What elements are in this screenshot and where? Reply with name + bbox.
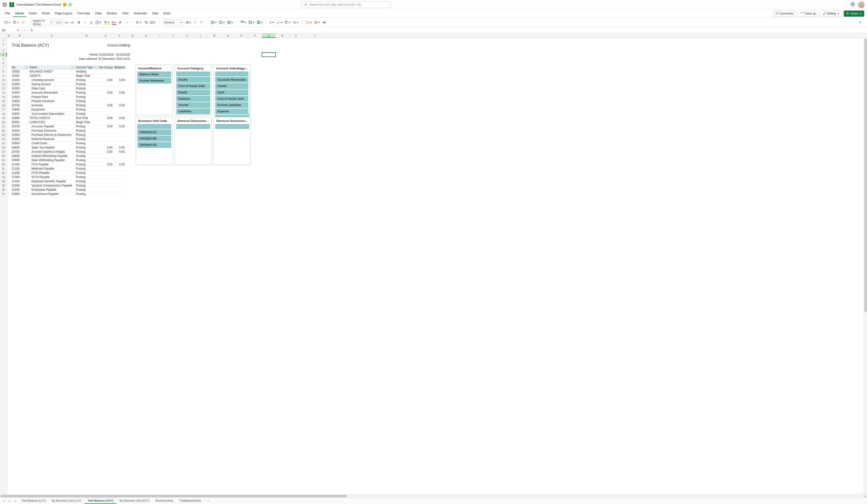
merge-button[interactable] — [149, 20, 157, 25]
cell-K35[interactable] — [180, 183, 194, 188]
cell-Q25[interactable] — [262, 141, 276, 145]
row-header-9[interactable]: 9 — [0, 74, 7, 78]
cell-P3[interactable] — [248, 48, 262, 53]
cell-P31[interactable] — [248, 166, 262, 171]
cell-I35[interactable] — [153, 183, 167, 188]
cell-T16[interactable] — [303, 103, 326, 107]
cell-Q4[interactable] — [262, 53, 276, 57]
row-header-33[interactable]: 33 — [0, 175, 7, 179]
cell-K36[interactable] — [180, 188, 194, 192]
menu-page-layout[interactable]: Page Layout — [53, 10, 74, 17]
cell-Q14[interactable] — [262, 95, 276, 99]
search-box[interactable]: Search for tools, help, and more (Alt + … — [302, 1, 391, 8]
cell-R15[interactable] — [276, 99, 289, 103]
cell-B13[interactable]: 10400 — [11, 90, 29, 95]
font-size-select[interactable]: 11 — [55, 20, 63, 25]
cell-L3[interactable] — [194, 48, 207, 53]
settings-button[interactable] — [850, 2, 855, 7]
cell-R21[interactable] — [276, 124, 289, 129]
sheet-tab-3[interactable]: By Business Unit (ACY) — [116, 498, 152, 504]
cell-J35[interactable] — [167, 183, 180, 188]
cell-N37[interactable] — [221, 192, 235, 196]
cell-A3[interactable] — [7, 48, 11, 53]
row-header-4[interactable]: 4 — [0, 53, 7, 57]
cell-J34[interactable] — [167, 179, 180, 183]
menu-share[interactable]: Share — [40, 10, 52, 17]
decrease-decimal-button[interactable]: .0 — [199, 20, 204, 25]
cell-T12[interactable] — [303, 86, 326, 90]
cell-B20[interactable]: 20001 — [11, 120, 29, 124]
col-header-N[interactable]: N — [221, 33, 235, 38]
cell-A33[interactable] — [7, 175, 11, 179]
cell-H36[interactable] — [139, 188, 153, 192]
cell-Q34[interactable] — [262, 179, 276, 183]
cell-S28[interactable] — [289, 154, 303, 158]
shrink-font-button[interactable]: A▼ — [71, 20, 76, 25]
cell-E9[interactable] — [98, 74, 114, 78]
cell-D18[interactable]: Posting — [75, 112, 98, 116]
cell-L35[interactable] — [194, 183, 207, 188]
cell-Q12[interactable] — [262, 86, 276, 90]
cell-L33[interactable] — [194, 175, 207, 179]
cell-D29[interactable]: Posting — [75, 158, 98, 162]
cell-S14[interactable] — [289, 95, 303, 99]
cell-B22[interactable]: 20200 — [11, 129, 29, 133]
cell-O37[interactable] — [235, 192, 248, 196]
cell-C16[interactable]: Inventory — [29, 103, 75, 107]
cell-B37[interactable]: 21600 — [11, 192, 29, 196]
cell-O35[interactable] — [235, 183, 248, 188]
cell-A32[interactable] — [7, 171, 11, 175]
cell-A15[interactable] — [7, 99, 11, 103]
cell-S29[interactable] — [289, 158, 303, 162]
cell-S1[interactable] — [289, 38, 303, 42]
cell-S4[interactable] — [289, 53, 303, 57]
cell-D3[interactable] — [75, 48, 98, 53]
slicer-item[interactable] — [215, 72, 249, 76]
slicer-item[interactable]: Cash — [215, 90, 249, 95]
cell-T9[interactable] — [303, 74, 326, 78]
row-header-10[interactable]: 10 — [0, 78, 7, 82]
slicer-item[interactable]: Balance Sheet — [137, 72, 171, 77]
cell-G36[interactable] — [126, 188, 139, 192]
cell-I4[interactable] — [153, 53, 167, 57]
cell-Q23[interactable] — [262, 133, 276, 137]
cell-C17[interactable]: Equipment — [29, 107, 75, 112]
cell-C23[interactable]: Purchase Returns & Allowances — [29, 133, 75, 137]
cell-J32[interactable] — [167, 171, 180, 175]
underline-button[interactable]: U — [89, 20, 94, 25]
cell-C29[interactable]: State Withholding Payable — [29, 158, 75, 162]
cell-O31[interactable] — [235, 166, 248, 171]
cell-A4[interactable] — [7, 53, 11, 57]
cell-L5[interactable] — [194, 57, 207, 61]
cell-Q16[interactable] — [262, 103, 276, 107]
slicer-item[interactable]: Assets — [176, 77, 210, 83]
cell-S11[interactable] — [289, 82, 303, 86]
cell-A5[interactable] — [7, 57, 11, 61]
cell-F35[interactable] — [114, 183, 126, 188]
cell-S20[interactable] — [289, 120, 303, 124]
cell-E37[interactable] — [98, 192, 114, 196]
cell-E3[interactable] — [98, 48, 114, 53]
cell-R3[interactable] — [276, 48, 289, 53]
cell-D37[interactable]: Posting — [75, 192, 98, 196]
vertical-scrollbar[interactable] — [864, 38, 867, 494]
currency-button[interactable]: $€ — [185, 20, 192, 25]
cell-E29[interactable] — [98, 158, 114, 162]
row-header-27[interactable]: 27 — [0, 150, 7, 154]
cell-H3[interactable] — [139, 48, 153, 53]
cell-T22[interactable] — [303, 129, 326, 133]
row-header-14[interactable]: 14 — [0, 95, 7, 99]
cell-R17[interactable] — [276, 107, 289, 112]
cell-D26[interactable]: Posting — [75, 145, 98, 150]
cell-F23[interactable] — [114, 133, 126, 137]
clipboard-button[interactable] — [12, 20, 19, 25]
cell-E6[interactable] — [98, 61, 114, 65]
cell-C1[interactable] — [29, 38, 75, 42]
cell-E20[interactable] — [98, 120, 114, 124]
cell-R29[interactable] — [276, 158, 289, 162]
cell-E19[interactable]: 0.00 — [98, 116, 114, 120]
cell-E36[interactable] — [98, 188, 114, 192]
cell-R35[interactable] — [276, 183, 289, 188]
cell-C32[interactable]: FUTA Payable — [29, 171, 75, 175]
cell-R18[interactable] — [276, 112, 289, 116]
